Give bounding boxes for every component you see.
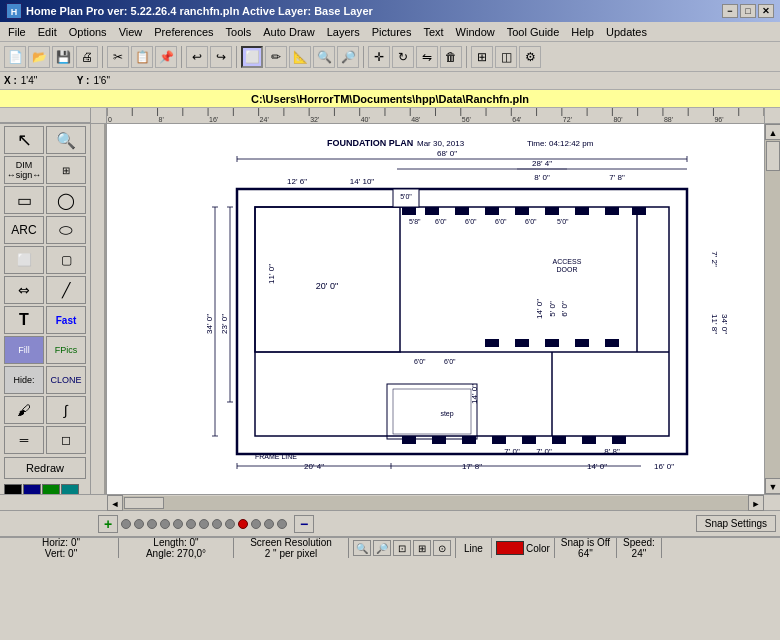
ellipse-tool[interactable]: ⬭: [46, 216, 86, 244]
menu-layers[interactable]: Layers: [321, 24, 366, 40]
scroll-right-arrow[interactable]: ►: [748, 495, 764, 511]
dot-2[interactable]: [134, 519, 144, 529]
maximize-button[interactable]: □: [740, 4, 756, 18]
dash-tool[interactable]: ═: [4, 426, 44, 454]
minimize-button[interactable]: −: [722, 4, 738, 18]
color-black[interactable]: [4, 484, 22, 494]
grid-tool[interactable]: ⊞: [46, 156, 86, 184]
select-button[interactable]: ⬜: [241, 46, 263, 68]
add-layer-btn[interactable]: +: [98, 515, 118, 533]
dot-red[interactable]: [238, 519, 248, 529]
menu-pictures[interactable]: Pictures: [366, 24, 418, 40]
bezier-tool[interactable]: ∫: [46, 396, 86, 424]
rect-tool[interactable]: ▭: [4, 186, 44, 214]
open-button[interactable]: 📂: [28, 46, 50, 68]
color-darkgreen[interactable]: [42, 484, 60, 494]
dot-1[interactable]: [121, 519, 131, 529]
dot-13[interactable]: [277, 519, 287, 529]
vertical-scrollbar[interactable]: ▲ ▼: [764, 124, 780, 494]
hide-tool[interactable]: Hide:: [4, 366, 44, 394]
fill-tool[interactable]: Fill: [4, 336, 44, 364]
menu-preferences[interactable]: Preferences: [148, 24, 219, 40]
dot-9[interactable]: [225, 519, 235, 529]
current-color-box[interactable]: [496, 541, 524, 555]
menu-autodraw[interactable]: Auto Draw: [257, 24, 320, 40]
zoom-extra[interactable]: ⊙: [433, 540, 451, 556]
titlebar-buttons[interactable]: − □ ✕: [722, 4, 774, 18]
text-tool[interactable]: T: [4, 306, 44, 334]
dot-6[interactable]: [186, 519, 196, 529]
poly-tool[interactable]: ⬜: [4, 246, 44, 274]
remove-layer-btn[interactable]: −: [294, 515, 314, 533]
redraw-button[interactable]: Redraw: [4, 457, 86, 479]
scroll-thumb-v[interactable]: [766, 141, 780, 171]
menu-file[interactable]: File: [2, 24, 32, 40]
menu-help[interactable]: Help: [565, 24, 600, 40]
rounded-tool[interactable]: ▢: [46, 246, 86, 274]
dot-7[interactable]: [199, 519, 209, 529]
scroll-track-h[interactable]: [123, 496, 748, 510]
color-darkcyan[interactable]: [61, 484, 79, 494]
square-tool[interactable]: ◻: [46, 426, 86, 454]
dot-3[interactable]: [147, 519, 157, 529]
print-button[interactable]: 🖨: [76, 46, 98, 68]
svg-text:6'0": 6'0": [525, 218, 537, 225]
snap-settings-button[interactable]: Snap Settings: [696, 515, 776, 532]
clone-tool[interactable]: CLONE: [46, 366, 86, 394]
zoom-in-button[interactable]: 🔍: [313, 46, 335, 68]
move-button[interactable]: ✛: [368, 46, 390, 68]
new-button[interactable]: 📄: [4, 46, 26, 68]
dot-8[interactable]: [212, 519, 222, 529]
save-button[interactable]: 💾: [52, 46, 74, 68]
layer-button[interactable]: ◫: [495, 46, 517, 68]
zoom-in-status[interactable]: 🔍: [353, 540, 371, 556]
dot-12[interactable]: [264, 519, 274, 529]
scroll-left-arrow[interactable]: ◄: [107, 495, 123, 511]
menu-tools[interactable]: Tools: [220, 24, 258, 40]
scroll-up-arrow[interactable]: ▲: [765, 124, 780, 140]
draw-button[interactable]: ✏: [265, 46, 287, 68]
svg-rect-70: [402, 207, 416, 215]
menu-toolguide[interactable]: Tool Guide: [501, 24, 566, 40]
menu-options[interactable]: Options: [63, 24, 113, 40]
drawing-canvas[interactable]: FOUNDATION PLAN Mar 30, 2013 Time: 04:12…: [107, 124, 780, 494]
undo-button[interactable]: ↩: [186, 46, 208, 68]
mirror-button[interactable]: ⇋: [416, 46, 438, 68]
dim-tool[interactable]: DIM↔sign↔: [4, 156, 44, 184]
line-tool[interactable]: ╱: [46, 276, 86, 304]
copy-button[interactable]: 📋: [131, 46, 153, 68]
zoom-out-button[interactable]: 🔎: [337, 46, 359, 68]
menu-updates[interactable]: Updates: [600, 24, 653, 40]
pics-tool[interactable]: FPics: [46, 336, 86, 364]
brush-tool[interactable]: 🖌: [4, 396, 44, 424]
menu-edit[interactable]: Edit: [32, 24, 63, 40]
fast-tool[interactable]: Fast: [46, 306, 86, 334]
rotate-button[interactable]: ↻: [392, 46, 414, 68]
mirror-tool[interactable]: ⇔: [4, 276, 44, 304]
delete-button[interactable]: 🗑: [440, 46, 462, 68]
close-button[interactable]: ✕: [758, 4, 774, 18]
zoom-fit-status[interactable]: ⊡: [393, 540, 411, 556]
grid-button[interactable]: ⊞: [471, 46, 493, 68]
menu-window[interactable]: Window: [450, 24, 501, 40]
scroll-thumb-h[interactable]: [124, 497, 164, 509]
cut-button[interactable]: ✂: [107, 46, 129, 68]
paste-button[interactable]: 📌: [155, 46, 177, 68]
circle-tool[interactable]: ◯: [46, 186, 86, 214]
measure-button[interactable]: 📐: [289, 46, 311, 68]
zoom-tool[interactable]: 🔍: [46, 126, 86, 154]
menu-view[interactable]: View: [113, 24, 149, 40]
scroll-track-v[interactable]: [765, 140, 780, 478]
scroll-down-arrow[interactable]: ▼: [765, 478, 780, 494]
menu-text[interactable]: Text: [417, 24, 449, 40]
dot-11[interactable]: [251, 519, 261, 529]
arrow-tool[interactable]: ↖: [4, 126, 44, 154]
zoom-out-status[interactable]: 🔎: [373, 540, 391, 556]
redo-button[interactable]: ↪: [210, 46, 232, 68]
dot-4[interactable]: [160, 519, 170, 529]
arc-tool[interactable]: ARC: [4, 216, 44, 244]
zoom-full-status[interactable]: ⊞: [413, 540, 431, 556]
settings-button[interactable]: ⚙: [519, 46, 541, 68]
color-darkblue[interactable]: [23, 484, 41, 494]
dot-5[interactable]: [173, 519, 183, 529]
